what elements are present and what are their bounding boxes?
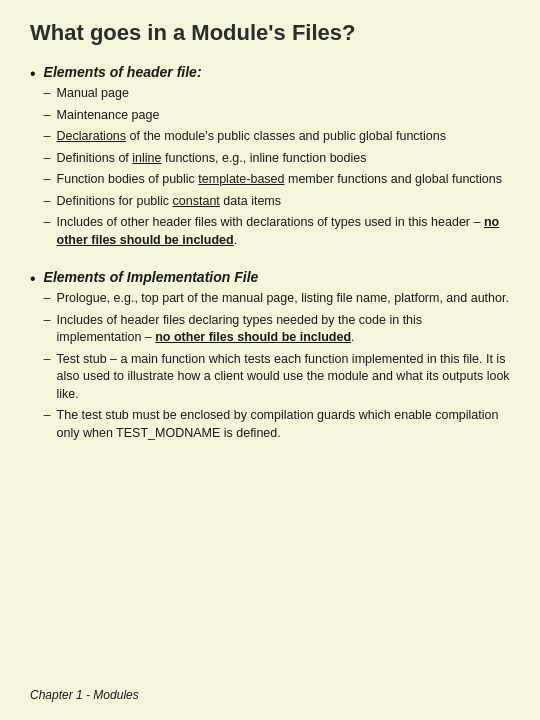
list-item: – Test stub – a main function which test… — [44, 351, 510, 404]
dash-icon: – — [44, 407, 51, 425]
section-implementation-file: • Elements of Implementation File – Prol… — [30, 269, 510, 446]
list-item: – Function bodies of public template-bas… — [44, 171, 510, 189]
item-text: Includes of other header files with decl… — [57, 214, 510, 249]
item-text: Definitions for public constant data ite… — [57, 193, 510, 211]
list-item: – Manual page — [44, 85, 510, 103]
bullet-icon: • — [30, 65, 36, 83]
dash-icon: – — [44, 128, 51, 146]
item-text: Declarations of the module's public clas… — [57, 128, 510, 146]
list-item: – Declarations of the module's public cl… — [44, 128, 510, 146]
list-item: – Prologue, e.g., top part of the manual… — [44, 290, 510, 308]
list-item: – Maintenance page — [44, 107, 510, 125]
implementation-file-list: – Prologue, e.g., top part of the manual… — [44, 290, 510, 442]
item-text: Definitions of inline functions, e.g., i… — [57, 150, 510, 168]
dash-icon: – — [44, 150, 51, 168]
inline-underline: inline — [132, 151, 161, 165]
sections-container: • Elements of header file: – Manual page… — [30, 64, 510, 446]
header-file-list: – Manual page – Maintenance page – Decla… — [44, 85, 510, 249]
section-content: Elements of header file: – Manual page –… — [44, 64, 510, 253]
list-item: – The test stub must be enclosed by comp… — [44, 407, 510, 442]
item-text: Function bodies of public template-based… — [57, 171, 510, 189]
list-item: – Includes of header files declaring typ… — [44, 312, 510, 347]
item-text: Test stub – a main function which tests … — [57, 351, 510, 404]
list-item: – Definitions of inline functions, e.g.,… — [44, 150, 510, 168]
footer-text: Chapter 1 - Modules — [30, 688, 139, 702]
list-item: – Includes of other header files with de… — [44, 214, 510, 249]
constant-underline: constant — [173, 194, 220, 208]
page: What goes in a Module's Files? • Element… — [0, 0, 540, 720]
list-item: – Definitions for public constant data i… — [44, 193, 510, 211]
dash-icon: – — [44, 193, 51, 211]
page-title: What goes in a Module's Files? — [30, 20, 510, 46]
declarations-underline: Declarations — [57, 129, 126, 143]
dash-icon: – — [44, 107, 51, 125]
no-other-files-1: no other files should be included — [57, 215, 500, 247]
dash-icon: – — [44, 85, 51, 103]
bullet-icon: • — [30, 270, 36, 288]
no-other-files-2: no other files should be included — [155, 330, 351, 344]
template-based-underline: template-based — [198, 172, 284, 186]
item-text: Includes of header files declaring types… — [57, 312, 510, 347]
dash-icon: – — [44, 351, 51, 369]
item-text: The test stub must be enclosed by compil… — [57, 407, 510, 442]
item-text: Manual page — [57, 85, 510, 103]
section-content: Elements of Implementation File – Prolog… — [44, 269, 510, 446]
dash-icon: – — [44, 171, 51, 189]
dash-icon: – — [44, 214, 51, 232]
section-title-header: Elements of header file: — [44, 64, 510, 80]
dash-icon: – — [44, 312, 51, 330]
section-title-implementation: Elements of Implementation File — [44, 269, 510, 285]
dash-icon: – — [44, 290, 51, 308]
section-header-file: • Elements of header file: – Manual page… — [30, 64, 510, 253]
item-text: Maintenance page — [57, 107, 510, 125]
item-text: Prologue, e.g., top part of the manual p… — [57, 290, 510, 308]
